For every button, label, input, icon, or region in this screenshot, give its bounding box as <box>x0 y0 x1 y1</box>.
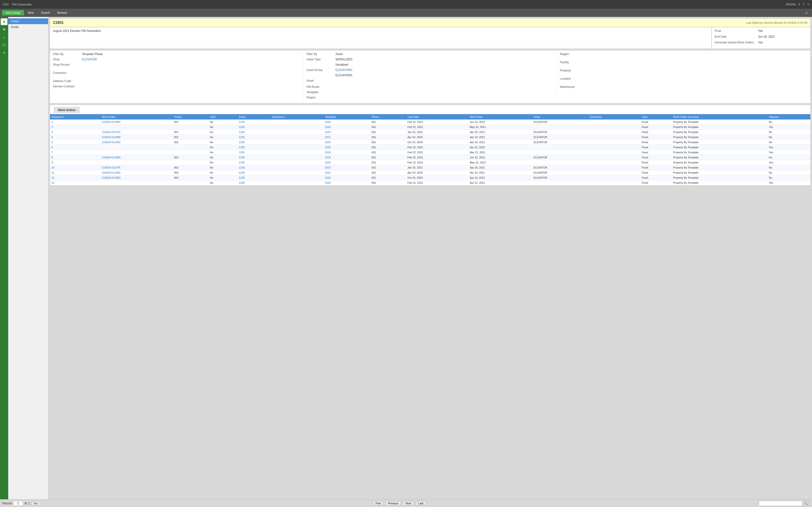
template-cell[interactable]: 1023 <box>323 165 370 170</box>
wo-cell[interactable]: 210629-011969 <box>100 119 172 125</box>
next-button[interactable]: Next <box>403 501 414 506</box>
action-item-email[interactable]: Email <box>8 24 48 30</box>
wo-cell[interactable]: 210629-011976 <box>100 130 172 135</box>
filter-asset-col: Filter By Asset Asset Type SERIALIZED Se… <box>304 50 557 103</box>
sidebar-email-icon[interactable]: ✉ <box>1 26 7 33</box>
wo-cell[interactable]: 210629-011990 <box>100 135 172 140</box>
template-cell[interactable]: 1024 <box>323 125 370 130</box>
asset-cell[interactable]: 1235 <box>237 145 270 150</box>
seq-cell[interactable]: 4 <box>50 135 100 140</box>
new-button[interactable]: New <box>24 10 37 15</box>
seq-cell[interactable]: 1 <box>50 119 100 125</box>
asset-cell[interactable]: 1235 <box>237 140 270 145</box>
template-cell[interactable]: 1024 <box>323 160 370 165</box>
asset-cell[interactable]: 1236 <box>237 170 270 175</box>
seq-cell[interactable]: 7 <box>50 150 100 155</box>
work-orders-table: Sequence Work Order Phase Hold Asset Equ… <box>50 114 810 185</box>
record-header: 11951 Last Edited by Johnnie Benson On 6… <box>50 18 811 27</box>
equipment-cell <box>270 145 323 150</box>
right-panel: Final Yes End Date Jun 29, 2021 Generate… <box>711 27 811 49</box>
browse-button[interactable]: Browse <box>54 10 70 15</box>
equipment-cell <box>270 135 323 140</box>
asset-cell[interactable]: 1236 <box>237 155 270 160</box>
search-button[interactable]: Search <box>38 10 53 15</box>
auto-assign-button[interactable]: Auto Assign <box>2 10 24 15</box>
template-cell[interactable]: 1024 <box>323 119 370 125</box>
logout-icon[interactable]: ↪ <box>807 3 810 6</box>
shop-cell <box>532 180 588 185</box>
seq-cell[interactable]: 11 <box>50 170 100 175</box>
star-icon[interactable]: ☆ <box>805 11 808 15</box>
info-icon[interactable]: ℹ <box>799 3 800 6</box>
previous-button[interactable]: Previous <box>386 501 401 506</box>
search-submit-button[interactable]: 🔍 <box>802 501 810 506</box>
asset-cell[interactable]: 1236 <box>237 180 270 185</box>
seq-cell[interactable]: 12 <box>50 175 100 180</box>
seq-cell[interactable]: 6 <box>50 145 100 150</box>
template-cell[interactable]: 1021 <box>323 170 370 175</box>
seq-cell[interactable]: 10 <box>50 165 100 170</box>
equipment-cell <box>270 155 323 160</box>
seq-cell[interactable]: 2 <box>50 125 100 130</box>
seq-cell[interactable]: 3 <box>50 130 100 135</box>
search-input[interactable] <box>759 501 802 506</box>
record-input[interactable] <box>13 501 23 506</box>
template-cell[interactable]: 1021 <box>323 135 370 140</box>
template-cell[interactable]: 1024 <box>323 155 370 160</box>
go-button[interactable]: Go <box>31 501 40 506</box>
template-cell[interactable]: 1022 <box>323 175 370 180</box>
wo-cell[interactable]: 210629-011983 <box>100 175 172 180</box>
action-item-action[interactable]: Action <box>8 18 48 24</box>
sidebar-search-icon[interactable]: ⌕ <box>1 34 7 41</box>
type-cell: Fixed <box>640 140 672 145</box>
sidebar-star-icon[interactable]: ★ <box>1 18 7 25</box>
help-icon[interactable]: ? <box>803 3 804 6</box>
work-orders-tab[interactable]: Work Orders <box>54 107 80 113</box>
last-button[interactable]: Last <box>416 501 426 506</box>
wo-cell[interactable]: 210629-011969 <box>100 155 172 160</box>
hold-cell: No <box>209 160 238 165</box>
total-records: 1 <box>28 502 30 505</box>
grouping-cell: Property By Template <box>672 175 767 180</box>
shop-value[interactable]: ELEVATOR <box>82 58 97 61</box>
table-row: 1 210629-011969 001 No 1235 1024 001 Feb… <box>50 119 810 125</box>
seq-cell[interactable]: 8 <box>50 155 100 160</box>
first-button[interactable]: First <box>373 501 383 506</box>
wo-cell[interactable]: 210629-011990 <box>100 170 172 175</box>
hold-cell: No <box>209 180 238 185</box>
phase-cell: 001 <box>172 140 208 145</box>
hold-cell: No <box>209 140 238 145</box>
seq-cell[interactable]: 5 <box>50 140 100 145</box>
asset-cell[interactable]: 1235 <box>237 150 270 155</box>
asset-cell[interactable]: 1235 <box>237 135 270 140</box>
wo-cell[interactable]: 210629-011983 <box>100 140 172 145</box>
sidebar-chart-icon[interactable]: ⬡ <box>1 42 7 48</box>
asset-cell[interactable]: 1236 <box>237 165 270 170</box>
seq-cell[interactable]: 9 <box>50 160 100 165</box>
wo-cell[interactable]: 210629-011976 <box>100 165 172 170</box>
skipped-cell: No <box>767 155 810 160</box>
asset-cell[interactable]: 1235 <box>237 119 270 125</box>
grouping-cell: Property By Template <box>672 140 767 145</box>
template-cell[interactable]: 1024 <box>323 150 370 155</box>
asset-cell[interactable]: 1235 <box>237 130 270 135</box>
table-row: 4 210629-011990 001 No 1235 1021 001 Apr… <box>50 135 810 140</box>
asset-cell[interactable]: 1236 <box>237 160 270 165</box>
service-contract-label: Service Contract <box>53 85 82 88</box>
contractor-cell <box>588 125 640 130</box>
equipment-cell <box>270 119 323 125</box>
template-cell[interactable]: 1024 <box>323 180 370 185</box>
asset-cell[interactable]: 1235 <box>237 125 270 130</box>
seq-cell[interactable]: 13 <box>50 180 100 185</box>
contractor-cell <box>588 119 640 125</box>
asset-cell[interactable]: 1236 <box>237 175 270 180</box>
template-cell[interactable]: 1023 <box>323 130 370 135</box>
col-hold: Hold <box>209 114 238 119</box>
asset-group-value[interactable]: ELEVATORS <box>336 68 352 72</box>
equipment-cell <box>270 125 323 130</box>
skipped-cell: No <box>767 135 810 140</box>
sidebar-menu-icon[interactable]: ≡ <box>1 49 7 56</box>
region-label: Region <box>560 52 589 56</box>
template-cell[interactable]: 1022 <box>323 140 370 145</box>
template-cell[interactable]: 1024 <box>323 145 370 150</box>
